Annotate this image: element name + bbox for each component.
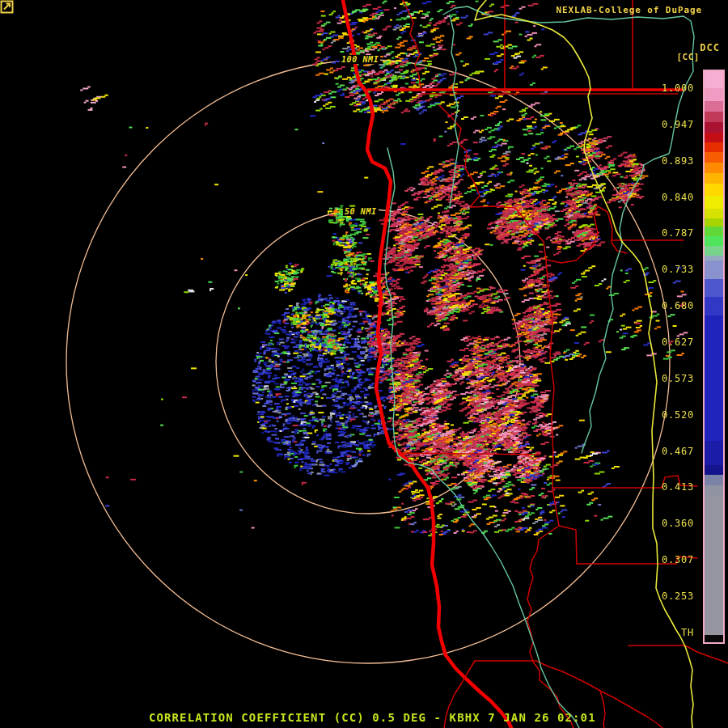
color-scale-segment xyxy=(705,465,723,475)
color-scale-segment xyxy=(705,184,723,196)
color-scale-segment xyxy=(705,226,723,236)
color-scale-segment xyxy=(705,260,723,279)
scale-label-0.253: 0.253 xyxy=(662,590,694,602)
brand-text: NEXLAB-College of DuPage xyxy=(556,5,702,15)
color-scale-segment xyxy=(705,218,723,226)
county-line-se xyxy=(629,645,728,663)
county-line-coast-north xyxy=(403,0,421,89)
color-scale-segment xyxy=(705,122,723,133)
color-scale-segment xyxy=(705,142,723,152)
ring-label-100nmi: 100 NMI xyxy=(340,55,380,64)
scale-label-0.893: 0.893 xyxy=(662,155,694,167)
scale-label-1.000: 1.000 xyxy=(662,83,694,94)
river-eel xyxy=(385,148,579,728)
scale-label-0.947: 0.947 xyxy=(662,119,694,130)
color-scale-segment xyxy=(705,101,723,112)
color-scale-segment xyxy=(705,163,723,173)
us-101-highway xyxy=(343,0,511,728)
color-scale-segment xyxy=(705,196,723,209)
color-scale-segment xyxy=(705,88,723,101)
color-scale-segment xyxy=(705,209,723,218)
scale-label-0.840: 0.840 xyxy=(662,192,694,203)
color-scale-segment xyxy=(705,246,723,256)
scale-label-0.787: 0.787 xyxy=(662,227,694,239)
color-scale-segment xyxy=(705,315,723,441)
color-scale-segment xyxy=(705,236,723,246)
scale-label-0.733: 0.733 xyxy=(662,264,694,275)
color-scale-segment xyxy=(705,71,723,88)
county-line-zigzag xyxy=(552,488,577,564)
color-scale-segment xyxy=(705,112,723,122)
color-scale-segment xyxy=(705,152,723,163)
color-scale-segment xyxy=(705,133,723,142)
river-trinity-branch xyxy=(450,15,459,206)
cc-color-scale xyxy=(703,70,725,644)
scale-label-0.520: 0.520 xyxy=(662,409,694,421)
scale-label-0.413: 0.413 xyxy=(662,481,694,493)
color-scale-segment xyxy=(705,441,723,465)
scale-label-0.573: 0.573 xyxy=(662,373,694,384)
state-route-yellow xyxy=(475,0,693,728)
county-line-loop xyxy=(546,206,627,263)
map-line-layer xyxy=(0,0,728,728)
county-line-south-zig xyxy=(527,526,574,728)
expand-arrow-icon[interactable] xyxy=(0,0,14,14)
scale-label-0.467: 0.467 xyxy=(662,446,694,457)
scale-label-0.627: 0.627 xyxy=(662,336,694,348)
status-bar-text: CORRELATION COEFFICIENT (CC) 0.5 DEG - K… xyxy=(149,711,596,724)
color-scale-segment xyxy=(705,173,723,184)
county-line-east-v xyxy=(546,260,554,488)
color-scale-segment xyxy=(705,297,723,315)
scale-label-0.680: 0.680 xyxy=(662,300,694,311)
color-scale-segment xyxy=(705,485,723,497)
color-scale-segment xyxy=(705,497,723,635)
color-scale-segment xyxy=(705,279,723,297)
county-line-s-branch xyxy=(600,691,605,728)
color-scale-segment xyxy=(705,475,723,485)
scale-label-threshold: TH xyxy=(681,627,694,638)
radar-display: 100 NMI 50 NMI NEXLAB-College of DuPage … xyxy=(0,0,728,728)
ring-label-50nmi: 50 NMI xyxy=(343,207,379,216)
product-unit-label: [CC] xyxy=(677,52,700,62)
scale-label-0.360: 0.360 xyxy=(662,518,694,529)
color-scale-segment xyxy=(705,635,723,642)
product-mode-label: DCC xyxy=(700,42,720,53)
county-line-mid-h xyxy=(402,453,540,455)
scale-label-0.307: 0.307 xyxy=(662,554,694,565)
